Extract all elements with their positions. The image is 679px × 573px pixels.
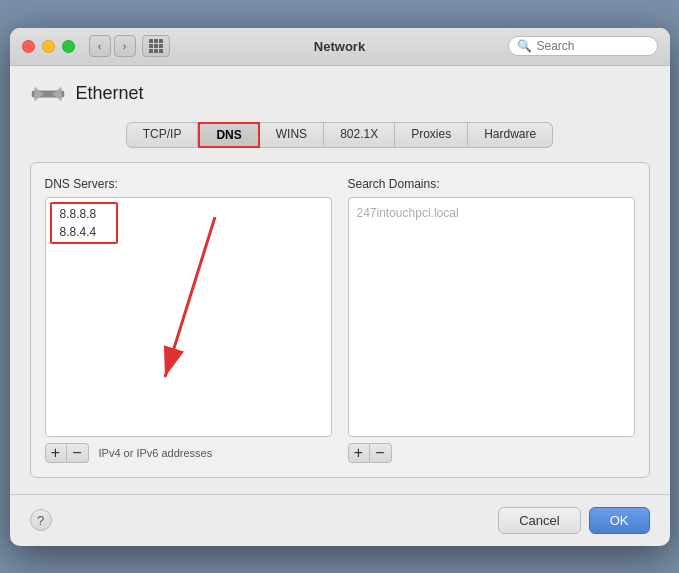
dns-columns: DNS Servers: 8.8.8.8 8.8.4.4: [45, 177, 635, 463]
footer-buttons: Cancel OK: [498, 507, 649, 534]
dns-panel: DNS Servers: 8.8.8.8 8.8.4.4: [30, 162, 650, 478]
dns-entry-2: 8.8.4.4: [56, 223, 101, 241]
window-title: Network: [314, 39, 365, 54]
tab-wins[interactable]: WINS: [260, 122, 324, 148]
traffic-lights: [22, 40, 75, 53]
minimize-button[interactable]: [42, 40, 55, 53]
tabs-bar: TCP/IP DNS WINS 802.1X Proxies Hardware: [30, 122, 650, 148]
forward-button[interactable]: ›: [114, 35, 136, 57]
ethernet-icon: [30, 80, 66, 108]
domains-add-button[interactable]: +: [348, 443, 370, 463]
nav-arrows: ‹ ›: [89, 35, 136, 57]
svg-marker-1: [34, 86, 43, 100]
search-icon: 🔍: [517, 39, 532, 53]
apps-grid-button[interactable]: [142, 35, 170, 57]
dns-servers-list[interactable]: 8.8.8.8 8.8.4.4: [45, 197, 332, 437]
dns-servers-label: DNS Servers:: [45, 177, 332, 191]
search-domains-bottom-bar: + −: [348, 443, 635, 463]
tab-tcpip[interactable]: TCP/IP: [126, 122, 199, 148]
network-window: ‹ › Network 🔍 Ethernet: [10, 28, 670, 546]
titlebar: ‹ › Network 🔍: [10, 28, 670, 66]
search-domains-list[interactable]: 247intouchpci.local: [348, 197, 635, 437]
grid-icon: [149, 39, 163, 53]
search-input[interactable]: [537, 39, 649, 53]
domains-remove-button[interactable]: −: [370, 443, 392, 463]
svg-marker-2: [52, 86, 61, 100]
search-box[interactable]: 🔍: [508, 36, 658, 56]
dns-remove-button[interactable]: −: [67, 443, 89, 463]
maximize-button[interactable]: [62, 40, 75, 53]
ethernet-header: Ethernet: [30, 80, 650, 108]
page-title: Ethernet: [76, 83, 144, 104]
dns-hint-label: IPv4 or IPv6 addresses: [99, 447, 213, 459]
search-domains-label: Search Domains:: [348, 177, 635, 191]
tab-hardware[interactable]: Hardware: [468, 122, 553, 148]
help-button[interactable]: ?: [30, 509, 52, 531]
dns-servers-column: DNS Servers: 8.8.8.8 8.8.4.4: [45, 177, 332, 463]
content-area: Ethernet TCP/IP DNS WINS 802.1X Proxies …: [10, 66, 670, 494]
dns-add-button[interactable]: +: [45, 443, 67, 463]
dns-list-container: 8.8.8.8 8.8.4.4: [45, 197, 332, 437]
search-domains-placeholder: 247intouchpci.local: [353, 202, 630, 224]
back-button[interactable]: ‹: [89, 35, 111, 57]
ok-button[interactable]: OK: [589, 507, 650, 534]
dns-servers-bottom-bar: + − IPv4 or IPv6 addresses: [45, 443, 332, 463]
tab-proxies[interactable]: Proxies: [395, 122, 468, 148]
dns-entry-1: 8.8.8.8: [56, 205, 101, 223]
close-button[interactable]: [22, 40, 35, 53]
tab-dns[interactable]: DNS: [198, 122, 259, 148]
tab-8021x[interactable]: 802.1X: [324, 122, 395, 148]
footer: ? Cancel OK: [10, 494, 670, 546]
search-domains-column: Search Domains: 247intouchpci.local + −: [348, 177, 635, 463]
cancel-button[interactable]: Cancel: [498, 507, 580, 534]
